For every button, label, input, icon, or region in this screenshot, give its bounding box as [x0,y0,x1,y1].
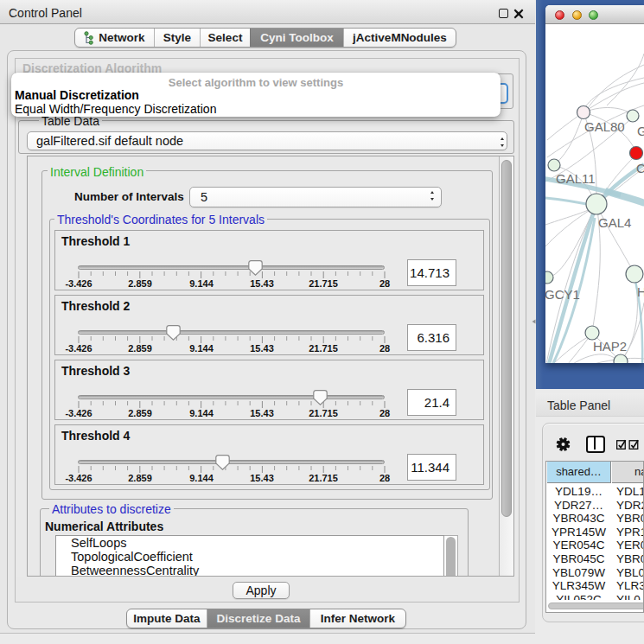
svg-text:H: H [637,284,644,299]
svg-text:C: C [636,161,644,175]
svg-text:HAP2: HAP2 [593,339,627,354]
svg-text:GAL11: GAL11 [556,171,596,186]
svg-text:GCY1: GCY1 [545,287,580,302]
svg-text:GA: GA [637,124,644,138]
svg-text:GAL80: GAL80 [584,119,625,134]
svg-text:GAL4: GAL4 [598,215,631,230]
